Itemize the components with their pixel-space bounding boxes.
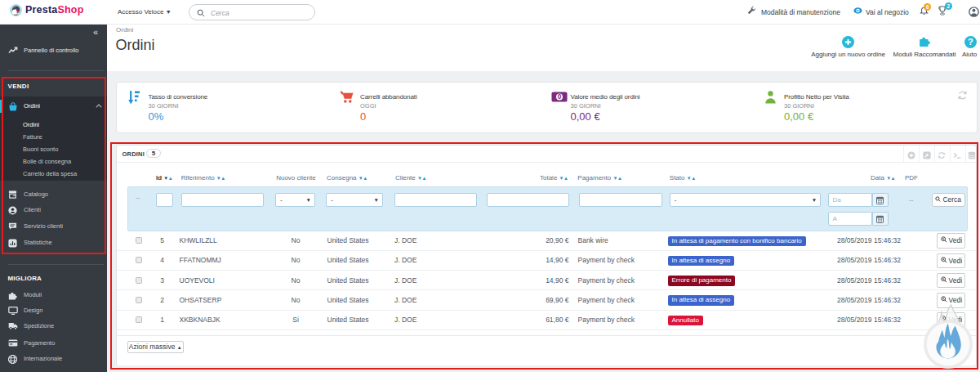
svg-text:0: 0 [557, 93, 561, 101]
